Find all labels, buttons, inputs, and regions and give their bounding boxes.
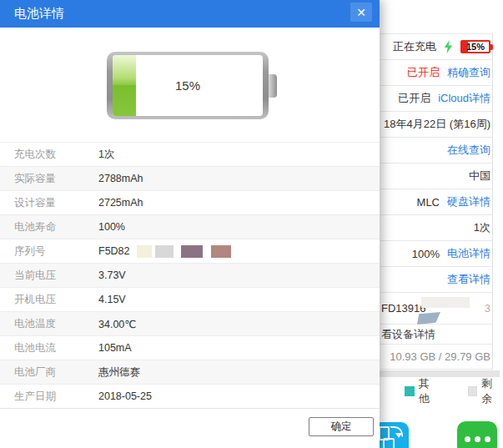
row-charging-state: 正在充电 15% [380,33,492,59]
table-row-charge-count: 充电次数 1次 [0,142,380,166]
transfer-target-icon [383,438,395,448]
online-query-link[interactable]: 在线查询 [447,143,490,158]
table-row-battery-current: 电池电流 105mA [0,335,380,360]
row-charge-count: 1次 [380,214,492,240]
precise-query-link[interactable]: 精确查询 [447,65,490,80]
row-value: 2725mAh [98,197,143,209]
ok-button[interactable]: 确定 [309,417,374,436]
row-value: 惠州德赛 [98,365,140,380]
table-row-serial-number: 序列号 F5D82 [0,239,380,263]
row-battery-life: 100% 电池详情 [380,240,492,266]
row-value: 105mA [98,342,132,354]
storage-usage-text: 10.93 GB / 29.79 GB [390,350,490,363]
row-region: 中国 [380,163,492,189]
serial-censor-block [211,245,231,258]
table-row-design-capacity: 设计容量 2725mAh [0,190,380,214]
row-label: 序列号 [14,244,98,259]
view-device-details-button[interactable]: 看设备详情 [380,324,492,344]
row-storage: 10.93 GB / 29.79 GB [380,344,492,370]
charging-label: 正在充电 [393,39,436,54]
dialog-titlebar: 电池详情 ✕ [0,0,380,28]
row-online-query: 在线查询 [380,137,492,163]
lightning-bolt-icon [444,40,453,53]
row-value: 1次 [98,148,114,162]
censor-blur-block [421,297,470,308]
row-value: 3.73V [98,269,126,281]
battery-details-link[interactable]: 电池详情 [447,246,490,261]
row-precise-query: 已开启 精确查询 [380,59,492,85]
legend-other-label: 其他 [419,376,440,406]
legend-item-other: 其他 [405,376,440,406]
table-row-current-voltage: 当前电压 3.73V [0,263,380,287]
row-value: F5D82 [98,245,130,257]
dot-icon [465,436,470,442]
charge-count-text: 1次 [474,220,490,235]
legend-item-free: 剩余 [468,376,503,406]
more-apps-icon[interactable] [457,421,497,448]
other-swatch-icon [405,386,415,396]
transfer-arrow-head [395,433,402,438]
row-label: 当前电压 [14,269,98,283]
close-icon[interactable]: ✕ [350,3,372,22]
serial-censor-block [181,245,203,258]
battery-graphic-zone: 15% [0,28,380,142]
disk-type-text: MLC [417,196,440,209]
battery-detail-table: 充电次数 1次 实际容量 2788mAh 设计容量 2725mAh 电池寿命 1… [0,142,380,408]
disk-details-link[interactable]: 硬盘详情 [447,194,490,209]
battery-percent-text: 15% [466,43,485,52]
status-enabled: 已开启 [398,91,430,106]
icloud-details-link[interactable]: iCloud详情 [438,91,490,106]
table-row-battery-manufacturer: 电池厂商 惠州德赛 [0,360,380,384]
serial-censor-block [137,245,152,258]
activation-date-text: 18年4月22日 (第16周) [384,117,490,132]
dot-icon [475,436,480,442]
battery-graphic: 15% [107,52,269,119]
row-label: 实际容量 [14,172,98,186]
battery-details-dialog: 电池详情 ✕ 15% 充电次数 1次 实际容量 2788mAh 设计容 [0,0,380,448]
region-text: 中国 [469,169,490,184]
row-label: 充电次数 [14,148,98,162]
battery-life-text: 100% [412,248,440,260]
row-label: 开机电压 [14,293,98,307]
view-details-link[interactable]: 查看详情 [447,272,490,287]
row-disk: MLC 硬盘详情 [380,189,492,214]
battery-terminal-nub [269,74,277,98]
device-serial-text: FD13916 [381,302,425,315]
row-label: 电池寿命 [14,220,98,234]
view-device-details-label: 看设备详情 [381,327,435,342]
table-row-battery-life: 电池寿命 100% [0,214,380,239]
status-enabled-red: 已开启 [407,65,440,80]
row-label: 设计容量 [14,196,98,210]
row-date: 18年4月22日 (第16周) [380,111,492,137]
dot-icon [485,436,490,442]
dialog-title: 电池详情 [14,6,64,22]
table-row-production-date: 生产日期 2018-05-25 [0,384,380,408]
serial-censor-block [155,245,174,258]
storage-legend: 其他 剩余 [380,384,503,399]
row-view-details: 查看详情 [380,266,492,292]
row-label: 电池电流 [14,341,98,355]
table-row-actual-capacity: 实际容量 2788mAh [0,166,380,190]
free-swatch-icon [468,386,478,396]
row-value: 4.15V [98,294,126,305]
serial-suffix-text: 3 [485,302,490,315]
row-icloud: 已开启 iCloud详情 [380,85,492,111]
table-row-boot-voltage: 开机电压 4.15V [0,287,380,311]
dialog-footer: 确定 [0,408,380,448]
row-value: 100% [98,221,125,233]
table-row-battery-temperature: 电池温度 34.00℃ [0,311,380,335]
row-value: 2018-05-25 [98,390,152,402]
legend-free-label: 剩余 [481,376,503,406]
screen: 正在充电 15% 已开启 精确查询 已开启 iCloud详情 18年4月22日 … [0,0,503,448]
row-label: 生产日期 [14,390,98,404]
row-value: 2788mAh [98,173,143,184]
row-value: 34.00℃ [98,318,136,330]
row-label: 电池温度 [14,317,98,331]
battery-body: 15% [113,55,263,116]
row-label: 电池厂商 [14,365,98,380]
battery-charge-percent: 15% [113,78,263,93]
battery-nub [490,44,493,50]
battery-level-icon: 15% [460,40,490,53]
